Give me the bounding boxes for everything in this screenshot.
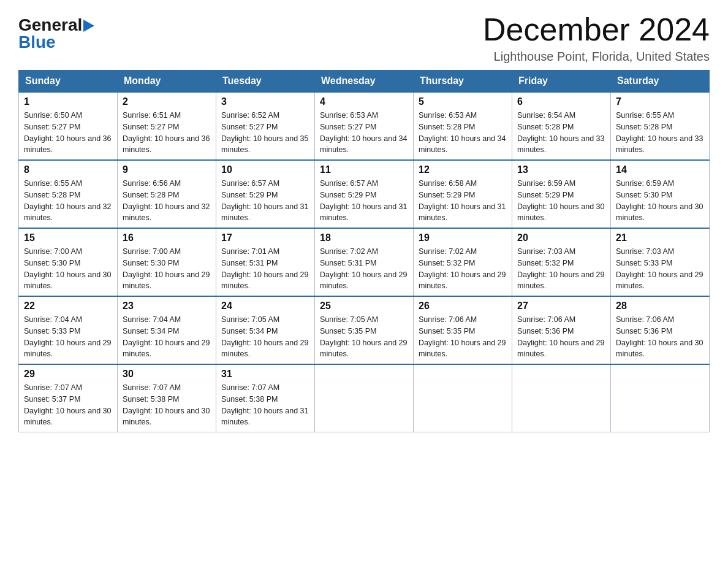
day-number: 18 — [320, 232, 408, 243]
calendar-title: December 2024 — [483, 12, 710, 47]
day-number: 25 — [320, 301, 408, 312]
weekday-header-row: SundayMondayTuesdayWednesdayThursdayFrid… — [19, 71, 710, 93]
calendar-cell: 8Sunrise: 6:55 AMSunset: 5:28 PMDaylight… — [19, 160, 118, 228]
day-info: Sunrise: 7:00 AMSunset: 5:30 PMDaylight:… — [24, 246, 112, 292]
calendar-cell: 20Sunrise: 7:03 AMSunset: 5:32 PMDayligh… — [512, 228, 611, 296]
calendar-cell: 9Sunrise: 6:56 AMSunset: 5:28 PMDaylight… — [118, 160, 216, 228]
calendar-cell: 27Sunrise: 7:06 AMSunset: 5:36 PMDayligh… — [512, 296, 611, 364]
calendar-cell: 25Sunrise: 7:05 AMSunset: 5:35 PMDayligh… — [315, 296, 414, 364]
calendar-cell: 4Sunrise: 6:53 AMSunset: 5:27 PMDaylight… — [315, 92, 414, 160]
day-number: 28 — [616, 301, 704, 312]
day-number: 16 — [123, 232, 211, 243]
calendar-cell: 5Sunrise: 6:53 AMSunset: 5:28 PMDaylight… — [414, 92, 512, 160]
day-info: Sunrise: 7:02 AMSunset: 5:32 PMDaylight:… — [419, 246, 507, 292]
day-number: 11 — [320, 164, 408, 175]
day-info: Sunrise: 7:05 AMSunset: 5:34 PMDaylight:… — [221, 314, 309, 360]
day-info: Sunrise: 6:55 AMSunset: 5:28 PMDaylight:… — [24, 178, 112, 224]
day-number: 6 — [517, 96, 605, 107]
weekday-header-thursday: Thursday — [414, 71, 512, 93]
day-info: Sunrise: 6:53 AMSunset: 5:27 PMDaylight:… — [320, 110, 408, 156]
day-info: Sunrise: 6:50 AMSunset: 5:27 PMDaylight:… — [24, 110, 112, 156]
day-number: 13 — [517, 164, 605, 175]
day-number: 12 — [419, 164, 507, 175]
page-header: General Blue December 2024 Lighthouse Po… — [18, 12, 710, 64]
day-number: 19 — [419, 232, 507, 243]
calendar-cell: 19Sunrise: 7:02 AMSunset: 5:32 PMDayligh… — [414, 228, 512, 296]
logo: General Blue — [18, 12, 97, 52]
day-info: Sunrise: 7:07 AMSunset: 5:38 PMDaylight:… — [221, 382, 309, 428]
day-number: 14 — [616, 164, 704, 175]
day-info: Sunrise: 7:04 AMSunset: 5:34 PMDaylight:… — [123, 314, 211, 360]
day-number: 3 — [221, 96, 309, 107]
day-info: Sunrise: 7:06 AMSunset: 5:35 PMDaylight:… — [419, 314, 507, 360]
day-info: Sunrise: 6:51 AMSunset: 5:27 PMDaylight:… — [123, 110, 211, 156]
calendar-cell: 2Sunrise: 6:51 AMSunset: 5:27 PMDaylight… — [118, 92, 216, 160]
day-info: Sunrise: 7:01 AMSunset: 5:31 PMDaylight:… — [221, 246, 309, 292]
day-info: Sunrise: 6:57 AMSunset: 5:29 PMDaylight:… — [320, 178, 408, 224]
weekday-header-saturday: Saturday — [611, 71, 710, 93]
calendar-cell: 28Sunrise: 7:06 AMSunset: 5:36 PMDayligh… — [611, 296, 710, 364]
logo-arrow-icon — [83, 17, 97, 34]
day-info: Sunrise: 7:00 AMSunset: 5:30 PMDaylight:… — [123, 246, 211, 292]
day-info: Sunrise: 7:05 AMSunset: 5:35 PMDaylight:… — [320, 314, 408, 360]
day-number: 20 — [517, 232, 605, 243]
calendar-cell — [414, 364, 512, 432]
title-block: December 2024 Lighthouse Point, Florida,… — [483, 12, 710, 64]
logo-blue-text: Blue — [18, 33, 56, 52]
day-number: 1 — [24, 96, 112, 107]
day-info: Sunrise: 6:59 AMSunset: 5:29 PMDaylight:… — [517, 178, 605, 224]
day-number: 15 — [24, 232, 112, 243]
calendar-cell: 3Sunrise: 6:52 AMSunset: 5:27 PMDaylight… — [216, 92, 315, 160]
week-row-1: 1Sunrise: 6:50 AMSunset: 5:27 PMDaylight… — [19, 92, 710, 160]
day-info: Sunrise: 6:53 AMSunset: 5:28 PMDaylight:… — [419, 110, 507, 156]
calendar-cell: 21Sunrise: 7:03 AMSunset: 5:33 PMDayligh… — [611, 228, 710, 296]
week-row-4: 22Sunrise: 7:04 AMSunset: 5:33 PMDayligh… — [19, 296, 710, 364]
day-number: 22 — [24, 301, 112, 312]
calendar-cell: 6Sunrise: 6:54 AMSunset: 5:28 PMDaylight… — [512, 92, 611, 160]
day-info: Sunrise: 7:03 AMSunset: 5:32 PMDaylight:… — [517, 246, 605, 292]
day-info: Sunrise: 7:04 AMSunset: 5:33 PMDaylight:… — [24, 314, 112, 360]
day-number: 10 — [221, 164, 309, 175]
calendar-cell: 23Sunrise: 7:04 AMSunset: 5:34 PMDayligh… — [118, 296, 216, 364]
calendar-cell: 1Sunrise: 6:50 AMSunset: 5:27 PMDaylight… — [19, 92, 118, 160]
calendar-cell: 13Sunrise: 6:59 AMSunset: 5:29 PMDayligh… — [512, 160, 611, 228]
calendar-cell: 22Sunrise: 7:04 AMSunset: 5:33 PMDayligh… — [19, 296, 118, 364]
svg-marker-0 — [83, 20, 94, 32]
calendar-cell: 16Sunrise: 7:00 AMSunset: 5:30 PMDayligh… — [118, 228, 216, 296]
calendar-cell: 31Sunrise: 7:07 AMSunset: 5:38 PMDayligh… — [216, 364, 315, 432]
day-info: Sunrise: 6:59 AMSunset: 5:30 PMDaylight:… — [616, 178, 704, 224]
day-number: 9 — [123, 164, 211, 175]
day-number: 17 — [221, 232, 309, 243]
calendar-cell: 11Sunrise: 6:57 AMSunset: 5:29 PMDayligh… — [315, 160, 414, 228]
day-number: 26 — [419, 301, 507, 312]
calendar-table: SundayMondayTuesdayWednesdayThursdayFrid… — [18, 70, 710, 432]
day-number: 4 — [320, 96, 408, 107]
day-info: Sunrise: 7:07 AMSunset: 5:38 PMDaylight:… — [123, 382, 211, 428]
day-number: 23 — [123, 301, 211, 312]
weekday-header-monday: Monday — [118, 71, 216, 93]
day-number: 7 — [616, 96, 704, 107]
week-row-5: 29Sunrise: 7:07 AMSunset: 5:37 PMDayligh… — [19, 364, 710, 432]
calendar-cell: 10Sunrise: 6:57 AMSunset: 5:29 PMDayligh… — [216, 160, 315, 228]
calendar-cell — [611, 364, 710, 432]
day-info: Sunrise: 7:02 AMSunset: 5:31 PMDaylight:… — [320, 246, 408, 292]
calendar-subtitle: Lighthouse Point, Florida, United States — [483, 50, 710, 64]
day-number: 5 — [419, 96, 507, 107]
weekday-header-tuesday: Tuesday — [216, 71, 315, 93]
calendar-cell: 18Sunrise: 7:02 AMSunset: 5:31 PMDayligh… — [315, 228, 414, 296]
weekday-header-sunday: Sunday — [19, 71, 118, 93]
day-info: Sunrise: 6:52 AMSunset: 5:27 PMDaylight:… — [221, 110, 309, 156]
calendar-cell — [315, 364, 414, 432]
weekday-header-friday: Friday — [512, 71, 611, 93]
day-info: Sunrise: 6:57 AMSunset: 5:29 PMDaylight:… — [221, 178, 309, 224]
day-info: Sunrise: 6:58 AMSunset: 5:29 PMDaylight:… — [419, 178, 507, 224]
day-info: Sunrise: 7:03 AMSunset: 5:33 PMDaylight:… — [616, 246, 704, 292]
calendar-cell — [512, 364, 611, 432]
day-number: 21 — [616, 232, 704, 243]
day-info: Sunrise: 7:06 AMSunset: 5:36 PMDaylight:… — [517, 314, 605, 360]
calendar-cell: 12Sunrise: 6:58 AMSunset: 5:29 PMDayligh… — [414, 160, 512, 228]
day-number: 27 — [517, 301, 605, 312]
day-number: 29 — [24, 369, 112, 380]
week-row-2: 8Sunrise: 6:55 AMSunset: 5:28 PMDaylight… — [19, 160, 710, 228]
calendar-cell: 29Sunrise: 7:07 AMSunset: 5:37 PMDayligh… — [19, 364, 118, 432]
